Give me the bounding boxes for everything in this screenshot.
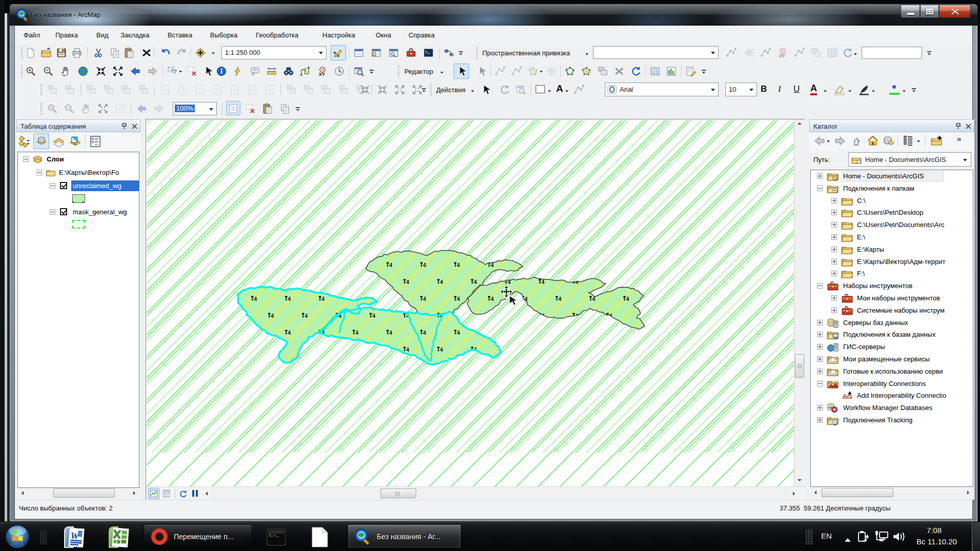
svg-text:C:\_: C:\_ [269,533,279,538]
